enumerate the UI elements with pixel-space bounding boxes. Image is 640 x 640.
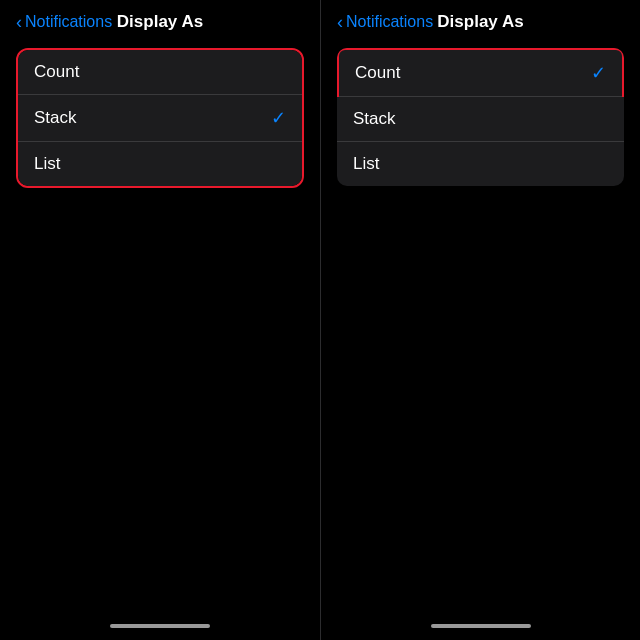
left-option-count-label: Count	[34, 62, 79, 82]
left-nav-bar: ‹ Notifications Display As	[0, 0, 320, 40]
left-back-button[interactable]: ‹ Notifications	[16, 13, 112, 31]
right-back-button[interactable]: ‹ Notifications	[337, 13, 433, 31]
left-option-list[interactable]: List	[18, 142, 302, 186]
left-content: Count Stack ✓ List	[0, 40, 320, 616]
right-option-count[interactable]: Count ✓	[339, 50, 622, 97]
left-options-group: Count Stack ✓ List	[18, 50, 302, 186]
left-option-stack-label: Stack	[34, 108, 77, 128]
right-option-stack[interactable]: Stack	[337, 97, 624, 142]
left-option-count[interactable]: Count	[18, 50, 302, 95]
right-option-list[interactable]: List	[337, 142, 624, 186]
left-back-chevron-icon: ‹	[16, 13, 22, 31]
right-count-highlight: Count ✓	[337, 48, 624, 97]
left-options-highlight: Count Stack ✓ List	[16, 48, 304, 188]
right-count-checkmark: ✓	[591, 62, 606, 84]
left-option-list-label: List	[34, 154, 60, 174]
right-page-title: Display As	[437, 12, 523, 32]
left-stack-checkmark: ✓	[271, 107, 286, 129]
left-home-indicator	[0, 616, 320, 640]
right-option-stack-label: Stack	[353, 109, 396, 129]
right-nav-bar: ‹ Notifications Display As	[321, 0, 640, 40]
right-back-chevron-icon: ‹	[337, 13, 343, 31]
right-back-label: Notifications	[346, 13, 433, 31]
right-content: Count ✓ Stack List	[321, 40, 640, 616]
left-home-bar	[110, 624, 210, 628]
right-home-bar	[431, 624, 531, 628]
right-home-indicator	[321, 616, 640, 640]
left-back-label: Notifications	[25, 13, 112, 31]
right-option-list-label: List	[353, 154, 379, 174]
left-option-stack[interactable]: Stack ✓	[18, 95, 302, 142]
left-page-title: Display As	[117, 12, 203, 32]
left-phone-panel: ‹ Notifications Display As Count Stack ✓…	[0, 0, 320, 640]
right-option-count-label: Count	[355, 63, 400, 83]
right-phone-panel: ‹ Notifications Display As Count ✓ Stack…	[320, 0, 640, 640]
right-options-group: Count ✓ Stack List	[337, 48, 624, 186]
